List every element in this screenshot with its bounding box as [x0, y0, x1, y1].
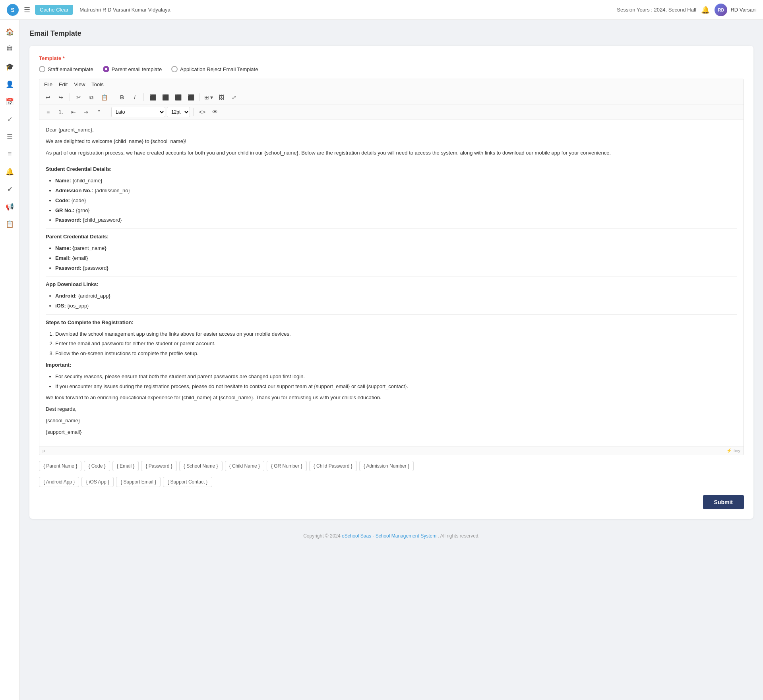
step2: Enter the email and password for either …	[55, 340, 737, 348]
steps-list: Download the school management app using…	[55, 330, 737, 358]
radio-parent[interactable]: Parent email template	[103, 66, 162, 72]
var-child-name[interactable]: { Child Name }	[225, 461, 264, 471]
step3: Follow the on-screen instructions to com…	[55, 350, 737, 358]
divider2	[46, 228, 737, 229]
variable-buttons-row2: { Android App } { iOS App } { Support Em…	[39, 477, 744, 487]
notification-icon[interactable]: 🔔	[701, 6, 710, 14]
parent-credentials-list: Name: {parent_name} Email: {email} Passw…	[55, 244, 737, 272]
student-name-item: Name: {child_name}	[55, 177, 737, 185]
outdent-button[interactable]: ⇤	[68, 106, 79, 118]
divider4	[46, 314, 737, 315]
align-justify-button[interactable]: ⬛	[185, 92, 196, 103]
toolbar-divider6	[193, 108, 194, 116]
var-ios-app[interactable]: { iOS App }	[81, 477, 114, 487]
welcome-text: We are delighted to welcome {child_name}…	[46, 137, 737, 146]
radio-application-label: Application Reject Email Template	[180, 66, 258, 72]
copy-button[interactable]: ⧉	[86, 92, 97, 103]
support-email-var: {support_email}	[46, 428, 737, 437]
unordered-list-button[interactable]: ≡	[43, 106, 54, 118]
var-support-email[interactable]: { Support Email }	[116, 477, 161, 487]
sidebar-document-icon[interactable]: 📋	[3, 217, 17, 231]
sidebar-check-icon[interactable]: ✔	[3, 182, 17, 196]
username-label: RD Varsani	[730, 7, 757, 13]
footer-copyright: Copyright © 2024	[303, 533, 341, 539]
sidebar-calendar-icon[interactable]: 📅	[3, 95, 17, 109]
var-admission-number[interactable]: { Admission Number }	[359, 461, 414, 471]
font-size-select[interactable]: 12pt 10pt 14pt 16pt	[167, 107, 190, 117]
school-var: {school_name}	[46, 417, 737, 425]
hamburger-icon[interactable]: ☰	[24, 6, 30, 14]
parent-header: Parent Credential Details:	[46, 233, 737, 241]
parent-password-item: Password: {password}	[55, 264, 737, 273]
redo-button[interactable]: ↪	[55, 92, 66, 103]
radio-parent-label: Parent email template	[112, 66, 162, 72]
align-right-button[interactable]: ⬛	[172, 92, 184, 103]
step1: Download the school management app using…	[55, 330, 737, 338]
navbar: S ☰ Cache Clear Matrushri R D Varsani Ku…	[0, 0, 763, 20]
table-button[interactable]: ⊞ ▾	[203, 92, 214, 103]
sidebar-list2-icon[interactable]: ≡	[3, 147, 17, 161]
var-parent-name[interactable]: { Parent Name }	[39, 461, 81, 471]
cut-button[interactable]: ✂	[73, 92, 84, 103]
parent-name-item: Name: {parent_name}	[55, 244, 737, 253]
important-list: For security reasons, please ensure that…	[55, 373, 737, 391]
cache-clear-button[interactable]: Cache Clear	[35, 5, 73, 15]
fullscreen-button[interactable]: ⤢	[229, 92, 240, 103]
app-header: App Download Links:	[46, 280, 737, 289]
image-button[interactable]: 🖼	[216, 92, 227, 103]
avatar[interactable]: RD	[715, 4, 727, 16]
intro-text: As part of our registration process, we …	[46, 149, 737, 157]
sidebar-home-icon[interactable]: 🏠	[3, 25, 17, 39]
align-left-button[interactable]: ⬛	[147, 92, 158, 103]
page-title: Email Template	[29, 29, 753, 38]
var-child-password[interactable]: { Child Password }	[309, 461, 357, 471]
var-code[interactable]: { Code }	[84, 461, 110, 471]
var-gr-number[interactable]: { GR Number }	[267, 461, 307, 471]
var-android-app[interactable]: { Android App }	[39, 477, 79, 487]
sidebar-task-icon[interactable]: ✓	[3, 112, 17, 126]
submit-button[interactable]: Submit	[703, 495, 744, 509]
indent-button[interactable]: ⇥	[81, 106, 92, 118]
editor-container: File Edit View Tools ↩ ↪ ✂ ⧉ 📋 B I ⬛ ⬛ ⬛	[39, 79, 744, 455]
sidebar-megaphone-icon[interactable]: 📢	[3, 199, 17, 214]
undo-button[interactable]: ↩	[43, 92, 54, 103]
source-code-button[interactable]: <>	[197, 106, 208, 118]
menu-tools[interactable]: Tools	[91, 81, 103, 87]
svg-text:S: S	[11, 7, 14, 13]
important-header: Important:	[46, 361, 737, 369]
menu-view[interactable]: View	[74, 81, 85, 87]
parent-email-item: Email: {email}	[55, 254, 737, 263]
sidebar-bell-icon[interactable]: 🔔	[3, 164, 17, 179]
sidebar-list-icon[interactable]: ☰	[3, 130, 17, 144]
app-logo[interactable]: S	[6, 4, 19, 16]
sidebar-building-icon[interactable]: 🏛	[3, 42, 17, 56]
var-password[interactable]: { Password }	[141, 461, 176, 471]
toolbar-divider5	[108, 108, 108, 116]
editor-menubar: File Edit View Tools	[39, 79, 744, 90]
preview-button[interactable]: 👁	[209, 106, 221, 118]
radio-application[interactable]: Application Reject Email Template	[171, 66, 258, 72]
footer-brand-link[interactable]: eSchool Saas - School Management System	[342, 533, 436, 539]
font-family-select[interactable]: Lato Arial Times New Roman	[111, 107, 165, 117]
radio-staff[interactable]: Staff email template	[39, 66, 93, 72]
align-center-button[interactable]: ⬛	[160, 92, 171, 103]
var-school-name[interactable]: { School Name }	[179, 461, 223, 471]
italic-button[interactable]: I	[129, 92, 140, 103]
footer-rights: . All rights reserved.	[438, 533, 480, 539]
divider3	[46, 276, 737, 277]
paste-button[interactable]: 📋	[99, 92, 110, 103]
menu-file[interactable]: File	[44, 81, 52, 87]
radio-circle-application	[171, 66, 178, 72]
sidebar-user-icon[interactable]: 👤	[3, 77, 17, 91]
student-admission-item: Admission No.: {admission_no}	[55, 187, 737, 195]
ordered-list-button[interactable]: 1.	[55, 106, 66, 118]
ios-item: iOS: {ios_app}	[55, 302, 737, 310]
blockquote-button[interactable]: "	[93, 106, 105, 118]
var-support-contact[interactable]: { Support Contact }	[163, 477, 212, 487]
menu-edit[interactable]: Edit	[59, 81, 68, 87]
sidebar: 🏠 🏛 🎓 👤 📅 ✓ ☰ ≡ 🔔 ✔ 📢 📋	[0, 20, 20, 700]
editor-body[interactable]: Dear {parent_name}, We are delighted to …	[39, 120, 744, 446]
sidebar-graduation-icon[interactable]: 🎓	[3, 60, 17, 74]
var-email[interactable]: { Email }	[112, 461, 139, 471]
bold-button[interactable]: B	[116, 92, 128, 103]
